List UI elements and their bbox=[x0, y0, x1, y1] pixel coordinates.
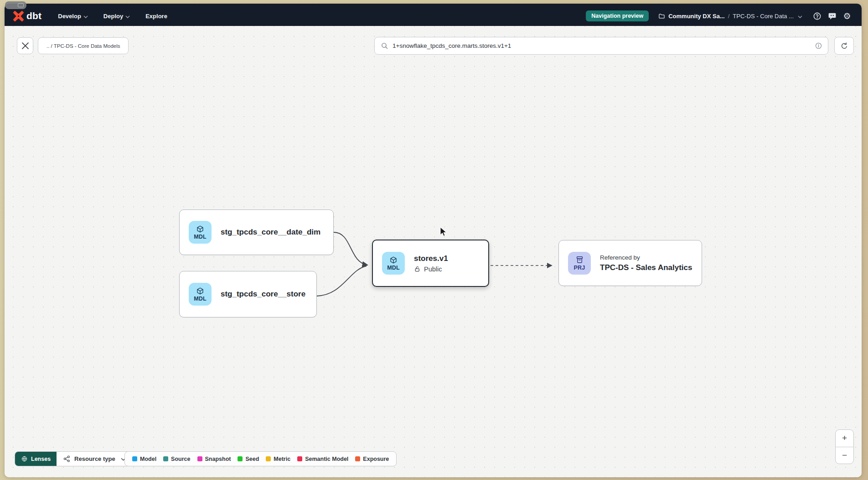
seed-color-swatch bbox=[238, 456, 243, 461]
capture-window-icon bbox=[18, 3, 24, 7]
badge-label: MDL bbox=[194, 296, 207, 302]
feedback-icon[interactable] bbox=[827, 11, 837, 20]
model-badge: MDL bbox=[382, 252, 405, 275]
dbt-app-window: dbt Develop Deploy Explore bbox=[5, 4, 862, 477]
node-text-block: stores.v1 Public bbox=[414, 254, 448, 273]
navbar-right: Navigation preview Community DX Sa... / … bbox=[586, 10, 852, 21]
lenses-label: Lenses bbox=[31, 456, 51, 462]
archive-box-icon bbox=[575, 255, 584, 264]
legend-item-seed: Seed bbox=[238, 456, 259, 462]
lenses-control-group: Lenses Resource type bbox=[15, 451, 133, 466]
lock-open-icon bbox=[414, 266, 421, 272]
dbt-logo-text: dbt bbox=[26, 10, 41, 21]
folder-icon bbox=[658, 13, 666, 20]
source-color-swatch bbox=[163, 456, 168, 461]
main-menu: Develop Deploy Explore bbox=[58, 12, 167, 20]
top-navbar: dbt Develop Deploy Explore bbox=[5, 4, 862, 26]
model-color-swatch bbox=[132, 456, 137, 461]
node-title: stg_tpcds_core__date_dim bbox=[221, 228, 320, 237]
legend-label: Snapshot bbox=[205, 456, 231, 462]
node-title: TPC-DS - Sales Analytics bbox=[600, 263, 692, 272]
resource-graph-icon bbox=[63, 455, 71, 463]
breadcrumb-separator: / bbox=[728, 13, 730, 20]
close-icon bbox=[22, 42, 29, 49]
legend-label: Model bbox=[140, 456, 156, 462]
legend-label: Metric bbox=[274, 456, 290, 462]
dbt-logo-icon bbox=[13, 10, 24, 22]
node-kicker: Referenced by bbox=[600, 254, 692, 261]
semantic-model-color-swatch bbox=[297, 456, 302, 461]
lineage-node-stg-tpcds-core-date-dim[interactable]: MDL stg_tpcds_core__date_dim bbox=[179, 209, 334, 255]
desktop-background: dbt Develop Deploy Explore bbox=[0, 0, 868, 480]
exposure-color-swatch bbox=[355, 456, 360, 461]
selector-search-input[interactable] bbox=[393, 42, 811, 49]
node-text-block: Referenced by TPC-DS - Sales Analytics bbox=[600, 254, 692, 272]
lineage-node-referenced-project[interactable]: PRJ Referenced by TPC-DS - Sales Analyti… bbox=[558, 240, 702, 286]
cube-icon bbox=[389, 256, 398, 264]
info-icon[interactable] bbox=[815, 42, 822, 50]
node-title: stg_tpcds_core__store bbox=[221, 290, 305, 299]
navigation-preview-badge[interactable]: Navigation preview bbox=[586, 10, 649, 21]
menu-deploy[interactable]: Deploy bbox=[103, 12, 130, 20]
refresh-icon bbox=[840, 42, 848, 50]
project-badge: PRJ bbox=[568, 252, 591, 275]
legend-label: Seed bbox=[245, 456, 259, 462]
breadcrumb-section[interactable]: TPC-DS - Core Data ... bbox=[733, 13, 794, 20]
resource-type-legend: Model Source Snapshot Seed Metric Semant… bbox=[124, 451, 397, 466]
badge-label: MDL bbox=[194, 234, 207, 240]
snapshot-color-swatch bbox=[197, 456, 202, 461]
canvas-zoom-control: + − bbox=[835, 429, 854, 464]
search-icon bbox=[381, 42, 388, 50]
lineage-node-stg-tpcds-core-store[interactable]: MDL stg_tpcds_core__store bbox=[179, 271, 317, 317]
breadcrumb: Community DX Sa... / TPC-DS - Core Data … bbox=[658, 12, 802, 20]
legend-label: Semantic Model bbox=[305, 456, 348, 462]
menu-develop-label: Develop bbox=[58, 13, 81, 20]
screen-capture-artifact bbox=[5, 1, 26, 9]
legend-label: Source bbox=[171, 456, 190, 462]
lenses-button[interactable]: Lenses bbox=[15, 452, 57, 466]
menu-explore-label: Explore bbox=[145, 13, 167, 20]
legend-item-exposure: Exposure bbox=[355, 456, 389, 462]
legend-item-source: Source bbox=[163, 456, 190, 462]
menu-deploy-label: Deploy bbox=[103, 13, 123, 20]
dbt-logo[interactable]: dbt bbox=[13, 10, 41, 22]
refresh-lineage-button[interactable] bbox=[834, 37, 854, 55]
breadcrumb-project-label: Community DX Sa... bbox=[668, 13, 725, 20]
chevron-down-icon[interactable] bbox=[798, 12, 802, 20]
cube-icon bbox=[196, 225, 204, 233]
settings-gear-icon[interactable]: ⚙ bbox=[842, 11, 852, 20]
legend-item-model: Model bbox=[132, 456, 156, 462]
resource-type-dropdown[interactable]: Resource type bbox=[57, 452, 132, 466]
model-badge: MDL bbox=[189, 283, 212, 306]
zoom-in-button[interactable]: + bbox=[836, 430, 853, 447]
resource-type-label: Resource type bbox=[74, 455, 115, 462]
node-access-row: Public bbox=[414, 266, 448, 273]
lineage-path-chip[interactable]: .. / TPC-DS - Core Data Models bbox=[38, 37, 129, 54]
chevron-down-icon bbox=[125, 13, 130, 20]
zoom-out-button[interactable]: − bbox=[836, 447, 853, 464]
menu-develop[interactable]: Develop bbox=[58, 12, 88, 20]
lineage-search-box bbox=[374, 37, 828, 55]
node-title: stores.v1 bbox=[414, 254, 448, 263]
lenses-icon bbox=[21, 455, 28, 462]
help-icon[interactable] bbox=[812, 11, 822, 20]
legend-item-semantic-model: Semantic Model bbox=[297, 456, 348, 462]
cube-icon bbox=[196, 287, 204, 295]
breadcrumb-project[interactable]: Community DX Sa... bbox=[658, 13, 725, 20]
metric-color-swatch bbox=[266, 456, 271, 461]
legend-item-metric: Metric bbox=[266, 456, 290, 462]
legend-item-snapshot: Snapshot bbox=[197, 456, 231, 462]
badge-label: MDL bbox=[387, 265, 400, 271]
legend-label: Exposure bbox=[363, 456, 389, 462]
lineage-node-stores-v1-selected[interactable]: MDL stores.v1 Public bbox=[372, 240, 489, 287]
node-access-label: Public bbox=[424, 266, 442, 273]
badge-label: PRJ bbox=[574, 265, 585, 271]
model-badge: MDL bbox=[189, 221, 212, 244]
menu-explore[interactable]: Explore bbox=[145, 13, 167, 20]
close-lineage-button[interactable] bbox=[17, 37, 33, 54]
navbar-icon-cluster: ⚙ bbox=[812, 11, 852, 20]
chevron-down-icon bbox=[83, 13, 88, 20]
